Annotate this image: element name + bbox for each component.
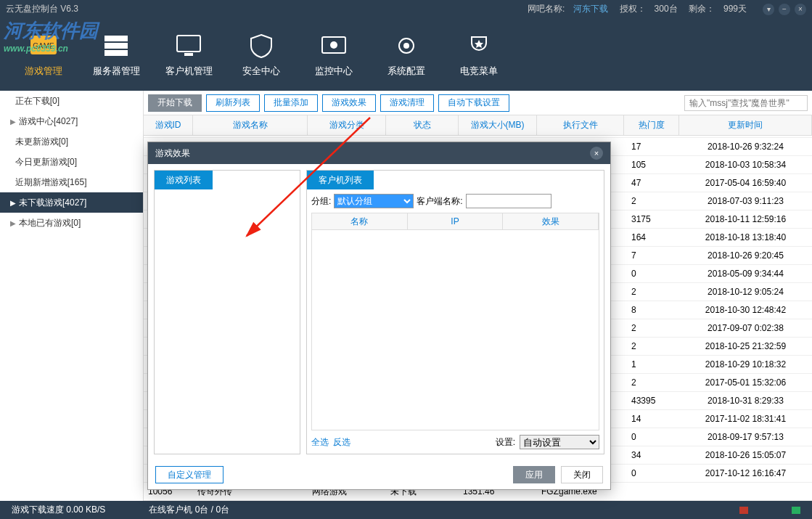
- col-client-name[interactable]: 名称: [312, 213, 408, 229]
- toolbar: 开始下载 刷新列表 批量添加 游戏效果 游戏清理 自动下载设置: [144, 91, 812, 115]
- client-name-input[interactable]: [466, 194, 551, 208]
- nav-client[interactable]: 客户机管理: [152, 18, 225, 91]
- nav-monitor[interactable]: 监控中心: [298, 18, 370, 91]
- refresh-button[interactable]: 刷新列表: [206, 94, 260, 112]
- client-icon: [171, 31, 206, 60]
- sidebar-item[interactable]: ▶未下载游戏[4027]: [0, 192, 143, 213]
- col-status[interactable]: 状态: [386, 115, 459, 135]
- svg-rect-4: [104, 50, 128, 56]
- dialog-title: 游戏效果: [155, 147, 190, 160]
- svg-text:GAME: GAME: [33, 42, 54, 50]
- dialog-close-icon[interactable]: ×: [590, 147, 603, 160]
- col-client-effect[interactable]: 效果: [503, 213, 599, 229]
- col-client-ip[interactable]: IP: [408, 213, 504, 229]
- trophy-icon: [462, 31, 496, 60]
- sidebar-item[interactable]: 正在下载[0]: [0, 91, 143, 111]
- sidebar-item[interactable]: ▶本地已有游戏[0]: [0, 213, 143, 233]
- arrow-icon: ▶: [10, 219, 16, 227]
- close-button[interactable]: 关闭: [561, 466, 603, 483]
- custom-manage-button[interactable]: 自定义管理: [155, 466, 223, 483]
- status-led-green: [792, 507, 800, 514]
- col-exec[interactable]: 执行文件: [537, 115, 624, 135]
- start-download-button[interactable]: 开始下载: [148, 94, 202, 112]
- svg-rect-2: [104, 36, 128, 41]
- dropdown-icon[interactable]: ▾: [763, 4, 774, 15]
- titlebar: 云无盘控制台 V6.3 网吧名称:河东下载 授权：300台 剩余：999天 ▾ …: [0, 0, 812, 18]
- invert-select-link[interactable]: 反选: [333, 436, 350, 449]
- col-category[interactable]: 游戏分类: [308, 115, 386, 135]
- netbar-link[interactable]: 河东下载: [573, 4, 608, 14]
- apply-button[interactable]: 应用: [513, 466, 555, 483]
- game-effect-button[interactable]: 游戏效果: [322, 94, 376, 112]
- col-name[interactable]: 游戏名称: [193, 115, 308, 135]
- arrow-icon: ▶: [10, 199, 16, 207]
- auto-download-button[interactable]: 自动下载设置: [438, 94, 509, 112]
- nav-server[interactable]: 服务器管理: [80, 18, 152, 91]
- nav-gear[interactable]: 系统配置: [370, 18, 443, 91]
- svg-rect-5: [177, 36, 200, 52]
- close-icon[interactable]: ×: [795, 4, 806, 15]
- download-speed: 游戏下载速度 0.00 KB/S: [12, 504, 105, 516]
- status-led-red: [739, 507, 748, 514]
- sidebar-item[interactable]: 未更新游戏[0]: [0, 131, 143, 152]
- client-list-panel: 客户机列表 分组: 默认分组 客户端名称: 名称 IP 效果 全选 反选: [306, 170, 604, 454]
- client-list-tab[interactable]: 客户机列表: [307, 171, 374, 189]
- monitor-icon: [316, 31, 351, 60]
- group-select[interactable]: 默认分组: [334, 194, 414, 208]
- search-input[interactable]: [684, 95, 808, 111]
- shield-icon: [244, 31, 279, 60]
- statusbar: 游戏下载速度 0.00 KB/S 在线客户机 0台 / 0台: [0, 501, 812, 519]
- arrow-icon: ▶: [10, 118, 16, 126]
- svg-point-8: [330, 41, 337, 49]
- nav-shield[interactable]: 安全中心: [225, 18, 298, 91]
- game-clean-button[interactable]: 游戏清理: [380, 94, 434, 112]
- game-list-tab[interactable]: 游戏列表: [155, 171, 213, 189]
- gear-icon: [389, 31, 424, 60]
- client-grid-body[interactable]: [311, 230, 599, 430]
- game-icon: GAME: [26, 31, 61, 60]
- col-id[interactable]: 游戏ID: [144, 115, 193, 135]
- online-clients: 在线客户机 0台 / 0台: [149, 504, 229, 516]
- sidebar-item[interactable]: ▶游戏中心[4027]: [0, 111, 143, 131]
- nav-trophy[interactable]: 电竞菜单: [443, 18, 515, 91]
- svg-marker-11: [475, 40, 483, 48]
- setting-select[interactable]: 自动设置: [520, 435, 599, 449]
- svg-rect-6: [184, 53, 193, 56]
- sidebar: 正在下载[0]▶游戏中心[4027] 未更新游戏[0] 今日更新游戏[0] 近期…: [0, 91, 144, 501]
- titlebar-info: 网吧名称:河东下载 授权：300台 剩余：999天: [528, 3, 755, 15]
- nav-game[interactable]: GAME游戏管理: [7, 18, 80, 91]
- app-title: 云无盘控制台 V6.3: [6, 3, 78, 15]
- sidebar-item[interactable]: 近期新增游戏[165]: [0, 172, 143, 192]
- server-icon: [99, 31, 134, 60]
- svg-rect-3: [104, 43, 128, 49]
- grid-header: 游戏ID 游戏名称 游戏分类 状态 游戏大小(MB) 执行文件 热门度 更新时间: [144, 115, 812, 136]
- col-size[interactable]: 游戏大小(MB): [459, 115, 537, 135]
- col-popularity[interactable]: 热门度: [624, 115, 679, 135]
- svg-point-10: [403, 43, 409, 49]
- game-list-panel: 游戏列表: [154, 170, 300, 454]
- top-nav: 河东软件园www.pc0359.cn GAME游戏管理服务器管理客户机管理安全中…: [0, 18, 812, 91]
- col-time[interactable]: 更新时间: [679, 115, 812, 135]
- game-effect-dialog: 游戏效果 × 游戏列表 客户机列表 分组: 默认分组 客户端名称: 名称 IP …: [147, 142, 611, 490]
- sidebar-item[interactable]: 今日更新游戏[0]: [0, 152, 143, 172]
- minimize-icon[interactable]: −: [779, 4, 790, 15]
- select-all-link[interactable]: 全选: [311, 436, 329, 449]
- batch-add-button[interactable]: 批量添加: [264, 94, 318, 112]
